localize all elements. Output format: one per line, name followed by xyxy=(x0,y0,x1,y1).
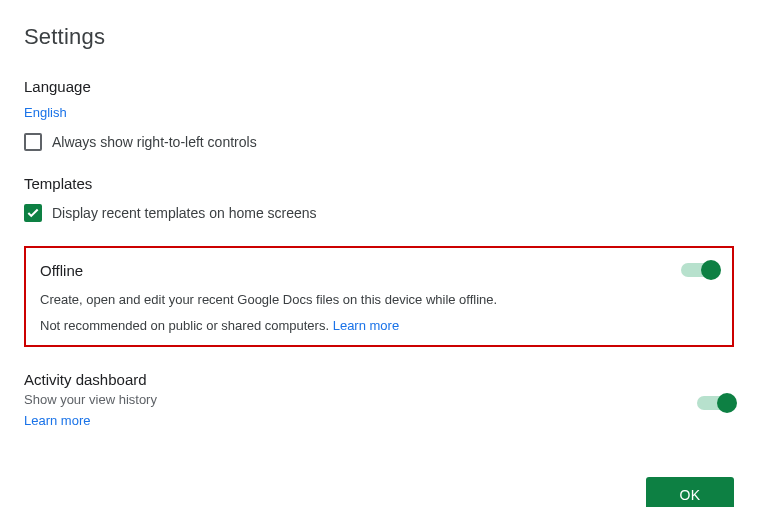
templates-checkbox-label: Display recent templates on home screens xyxy=(52,205,317,221)
activity-learn-more-link[interactable]: Learn more xyxy=(24,413,90,428)
rtl-checkbox-label: Always show right-to-left controls xyxy=(52,134,257,150)
section-offline: Offline Create, open and edit your recen… xyxy=(24,246,734,347)
check-icon xyxy=(26,206,40,220)
section-templates: Templates Display recent templates on ho… xyxy=(24,175,734,222)
templates-checkbox[interactable] xyxy=(24,204,42,222)
rtl-checkbox[interactable] xyxy=(24,133,42,151)
offline-learn-more-link[interactable]: Learn more xyxy=(333,316,399,336)
offline-toggle[interactable] xyxy=(681,260,718,280)
language-heading: Language xyxy=(24,78,734,95)
page-title: Settings xyxy=(24,24,734,50)
activity-description: Show your view history xyxy=(24,392,157,407)
offline-description: Create, open and edit your recent Google… xyxy=(40,290,718,310)
activity-heading: Activity dashboard xyxy=(24,371,157,388)
offline-warning: Not recommended on public or shared comp… xyxy=(40,318,329,333)
language-value-link[interactable]: English xyxy=(24,105,67,120)
section-activity: Activity dashboard Show your view histor… xyxy=(24,371,734,429)
templates-heading: Templates xyxy=(24,175,734,192)
ok-button[interactable]: OK xyxy=(646,477,734,507)
offline-warning-row: Not recommended on public or shared comp… xyxy=(40,316,718,336)
activity-toggle[interactable] xyxy=(697,393,734,413)
offline-heading: Offline xyxy=(40,262,83,279)
section-language: Language English Always show right-to-le… xyxy=(24,78,734,151)
